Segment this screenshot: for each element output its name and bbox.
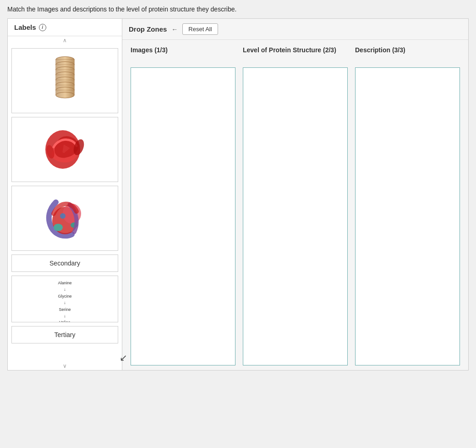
info-icon[interactable]: i	[39, 24, 46, 31]
images-drop-zone[interactable]	[131, 67, 235, 365]
svg-point-23	[60, 213, 66, 219]
labels-panel: Labels i ∧	[8, 19, 122, 370]
description-column: Description (3/3)	[351, 44, 464, 365]
dropzones-header: Drop Zones ← Reset All	[122, 19, 468, 40]
dropzones-content: Images (1/3) Level of Protein Structure …	[122, 40, 468, 370]
amino-chain-image-container: Alanine ↓ Glycine ↓ Serine ↓ Valine ↓ Le…	[12, 276, 118, 322]
helix-label-item[interactable]	[11, 48, 118, 113]
down-arrow-icon: ∨	[63, 363, 67, 369]
level-column-header: Level of Protein Structure (2/3)	[239, 44, 351, 67]
dropzones-panel: Drop Zones ← Reset All Images (1/3) Leve…	[122, 19, 468, 370]
labels-title: Labels	[14, 23, 36, 31]
scroll-up-indicator: ∧	[8, 36, 122, 44]
quaternary-label-item[interactable]	[11, 186, 118, 251]
svg-point-21	[54, 224, 63, 231]
main-layout: Labels i ∧	[7, 18, 469, 371]
tertiary-fold-image-container	[12, 117, 118, 182]
tertiary-label-item[interactable]: Tertiary	[11, 326, 118, 343]
dropzones-title: Drop Zones	[129, 25, 167, 33]
helix-image-container	[12, 49, 118, 113]
secondary-label-text: Secondary	[49, 260, 80, 267]
labels-header: Labels i	[8, 19, 122, 36]
images-column-header: Images (1/3)	[127, 44, 239, 67]
description-column-header: Description (3/3)	[351, 44, 464, 67]
back-arrow-icon[interactable]: ←	[171, 26, 178, 33]
instruction-text: Match the Images and descriptions to the…	[7, 6, 469, 13]
labels-scroll[interactable]: Secondary Alanine ↓ Glycine ↓ Serine ↓ V…	[8, 44, 122, 362]
tertiary-fold-svg	[40, 120, 90, 179]
level-column: Level of Protein Structure (2/3)	[239, 44, 351, 365]
secondary-label-item[interactable]: Secondary	[11, 254, 118, 272]
svg-point-14	[55, 92, 74, 98]
tertiary-label-text: Tertiary	[55, 331, 76, 338]
reset-all-button[interactable]: Reset All	[182, 23, 218, 35]
amino-chain-label-item[interactable]: Alanine ↓ Glycine ↓ Serine ↓ Valine ↓ Le…	[11, 276, 118, 322]
amino-chain-text: Alanine ↓ Glycine ↓ Serine ↓ Valine ↓ Le…	[19, 280, 110, 322]
cursor-arrow-icon: ↙	[120, 352, 127, 363]
page-container: Match the Images and descriptions to the…	[0, 0, 476, 448]
description-drop-zone[interactable]	[355, 67, 460, 365]
level-drop-zone[interactable]	[243, 67, 348, 365]
quaternary-svg	[40, 188, 90, 248]
helix-svg	[44, 53, 86, 108]
tertiary-fold-label-item[interactable]	[11, 117, 118, 182]
up-arrow-icon: ∧	[63, 37, 67, 44]
images-column: Images (1/3)	[127, 44, 239, 365]
quaternary-image-container	[12, 186, 118, 250]
scroll-down-indicator: ∨	[8, 362, 122, 370]
